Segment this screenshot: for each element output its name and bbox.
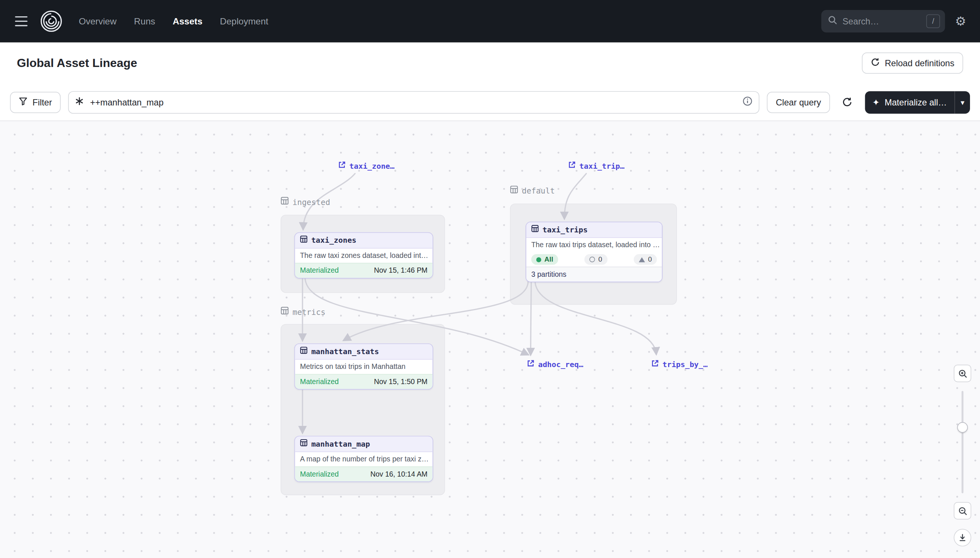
warning-triangle-icon [639,257,645,262]
reload-definitions-label: Reload definitions [885,58,954,68]
search-icon [827,15,837,28]
external-link-icon [568,161,576,170]
search-box[interactable]: Search… / [821,10,945,33]
external-asset-trips-by[interactable]: trips_by_… [651,359,707,369]
clear-query-button[interactable]: Clear query [767,91,830,113]
filter-funnel-icon [19,97,28,108]
partitions-materialized-pill: All [531,254,558,265]
group-grid-icon [281,307,289,317]
table-icon [300,347,307,357]
main-nav: Overview Runs Assets Deployment [79,16,268,26]
partitions-failed-pill: 0 [634,254,657,265]
asset-name: manhattan_map [311,439,370,449]
partitions-missing-count: 0 [598,255,602,263]
asset-status-row: Materialized Nov 15, 1:46 PM [295,263,433,278]
asset-node-manhattan-stats[interactable]: manhattan_stats Metrics on taxi trips in… [295,343,433,390]
materialized-status: Materialized [300,469,339,479]
zoom-slider-handle[interactable] [957,422,968,433]
hollow-circle-icon [590,257,595,263]
external-asset-name: adhoc_req… [538,360,583,369]
chevron-down-icon: ▾ [961,98,964,107]
sparkle-icon: ✦ [872,97,880,107]
reload-definitions-button[interactable]: Reload definitions [862,53,964,74]
group-name: default [522,186,555,195]
nav-runs[interactable]: Runs [134,16,155,26]
recenter-button[interactable] [954,529,971,546]
lineage-toolbar: Filter Clear query ✦ Materialize all… ▾ [0,84,980,121]
group-grid-icon [281,197,289,207]
asset-name: manhattan_stats [311,347,379,357]
asset-status-row: Materialized Nov 16, 10:14 AM [295,467,433,482]
nav-assets[interactable]: Assets [173,16,202,26]
asset-status-row: Materialized Nov 15, 1:50 PM [295,374,433,389]
asset-description: The raw taxi zones dataset, loaded int… [295,249,433,263]
table-icon [300,439,307,449]
group-name: ingested [293,197,330,206]
asset-node-header: manhattan_stats [295,344,433,359]
asset-node-header: manhattan_map [295,437,433,452]
external-asset-name: taxi_trip… [579,161,624,170]
group-name: metrics [293,307,326,316]
group-label-ingested[interactable]: ingested [281,197,330,207]
asset-selection-field [68,91,759,113]
materialized-timestamp: Nov 15, 1:50 PM [374,377,428,386]
materialize-caret-button[interactable]: ▾ [955,91,970,113]
table-icon [300,235,307,245]
page-header: Global Asset Lineage Reload definitions [0,43,980,84]
topbar: Overview Runs Assets Deployment Search… … [0,0,980,43]
asset-description: The raw taxi trips dataset, loaded into … [526,238,662,252]
external-link-icon [527,359,534,369]
filter-button[interactable]: Filter [10,91,61,113]
asset-selection-input[interactable] [89,97,738,108]
asset-graph-icon [75,97,84,108]
search-shortcut-badge: / [926,15,940,28]
asset-description: A map of the number of trips per taxi z… [295,452,433,467]
green-dot-icon [536,257,542,262]
dagster-app: Overview Runs Assets Deployment Search… … [0,0,980,558]
nav-overview[interactable]: Overview [79,16,117,26]
external-asset-adhoc-request[interactable]: adhoc_req… [527,359,583,369]
materialized-timestamp: Nov 15, 1:46 PM [374,266,428,275]
group-grid-icon [510,185,518,195]
zoom-in-button[interactable] [954,365,971,382]
settings-gear-icon[interactable]: ⚙ [955,15,966,28]
materialize-all-button[interactable]: ✦ Materialize all… ▾ [865,91,970,113]
materialized-status: Materialized [300,377,339,386]
nav-deployment[interactable]: Deployment [220,16,268,26]
group-label-default[interactable]: default [510,185,555,195]
clear-query-label: Clear query [776,97,821,107]
asset-node-header: taxi_trips [526,222,662,238]
asset-name: taxi_trips [543,225,588,235]
external-link-icon [651,359,659,369]
partitions-all-label: All [544,255,553,263]
asset-node-taxi-zones[interactable]: taxi_zones The raw taxi zones dataset, l… [295,232,433,279]
zoom-slider-track[interactable] [962,391,964,493]
partitions-footer: 3 partitions [526,267,662,282]
materialize-all-main[interactable]: ✦ Materialize all… [865,91,954,113]
refresh-button[interactable] [837,92,857,112]
external-link-icon [338,161,346,170]
external-asset-taxi-zone-file[interactable]: taxi_zone… [338,161,394,170]
asset-description: Metrics on taxi trips in Manhattan [295,359,433,374]
external-asset-name: taxi_zone… [349,161,394,170]
table-icon [531,225,539,235]
page-title: Global Asset Lineage [17,56,137,70]
asset-node-manhattan-map[interactable]: manhattan_map A map of the number of tri… [295,436,433,482]
asset-node-header: taxi_zones [295,233,433,248]
zoom-slider[interactable] [954,391,971,493]
asset-node-taxi-trips[interactable]: taxi_trips The raw taxi trips dataset, l… [525,222,662,282]
info-icon[interactable] [743,96,753,108]
filter-label: Filter [33,97,52,107]
asset-name: taxi_zones [311,235,356,245]
partitions-missing-pill: 0 [585,254,607,265]
materialized-timestamp: Nov 16, 10:14 AM [371,469,427,479]
lineage-canvas[interactable]: ingested default metrics taxi_zone… ta [0,121,980,558]
menu-button[interactable] [15,13,31,29]
partition-health-row: All 0 0 [526,252,662,267]
external-asset-taxi-trip-file[interactable]: taxi_trip… [568,161,624,170]
reload-icon [870,57,880,69]
dagster-logo-icon[interactable] [40,10,63,33]
zoom-out-button[interactable] [954,502,971,520]
group-label-metrics[interactable]: metrics [281,307,326,317]
lineage-edges [0,121,980,558]
